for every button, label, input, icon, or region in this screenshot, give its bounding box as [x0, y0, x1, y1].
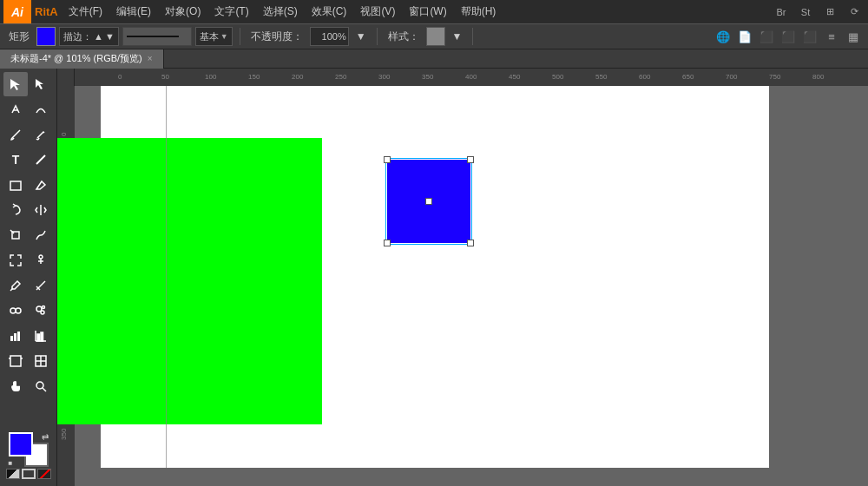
distribute-icon[interactable]: ≡ — [822, 27, 841, 46]
handle-bottom-right[interactable] — [467, 240, 474, 246]
free-transform-tool[interactable] — [3, 248, 28, 273]
svg-text:0: 0 — [118, 73, 122, 81]
swap-colors-icon[interactable]: ⇄ — [42, 432, 49, 442]
fill-mode-button[interactable] — [6, 469, 20, 479]
color-mode-row — [6, 469, 51, 479]
opacity-input[interactable] — [310, 27, 349, 46]
menu-file[interactable]: 文件(F) — [62, 1, 109, 23]
warp-tool[interactable] — [29, 223, 53, 247]
scale-tool[interactable] — [3, 223, 28, 247]
chart-icon[interactable]: ▦ — [844, 27, 863, 46]
menu-view[interactable]: 视图(V) — [353, 1, 402, 23]
tool-row-13 — [3, 374, 53, 398]
align-left-icon[interactable]: ⬛ — [757, 27, 776, 46]
style-box[interactable] — [426, 27, 445, 46]
svg-text:350: 350 — [422, 73, 434, 81]
tool-row-5 — [3, 173, 53, 197]
bridge-icon[interactable]: Br — [771, 2, 792, 23]
artboard-tool[interactable] — [3, 349, 28, 373]
svg-marker-0 — [10, 79, 20, 90]
pen-tool[interactable] — [3, 97, 28, 122]
globe-icon[interactable]: 🌐 — [713, 27, 733, 46]
hand-tool[interactable] — [3, 374, 28, 398]
menu-object[interactable]: 对象(O) — [158, 1, 207, 23]
svg-point-13 — [10, 308, 16, 313]
main-area: T — [0, 69, 868, 486]
handle-bottom-left[interactable] — [384, 240, 391, 246]
canvas-area: 0 50 100 150 200 250 300 350 400 450 500… — [57, 69, 868, 486]
svg-rect-19 — [14, 333, 16, 341]
svg-text:200: 200 — [292, 73, 304, 81]
menu-help[interactable]: 帮助(H) — [454, 1, 503, 23]
svg-text:400: 400 — [465, 73, 477, 81]
svg-text:300: 300 — [378, 73, 391, 81]
stock-icon[interactable]: St — [795, 2, 816, 23]
svg-line-2 — [36, 155, 45, 164]
blue-rect-container[interactable] — [387, 160, 470, 243]
doc-icon[interactable]: 📄 — [735, 27, 754, 46]
menu-window[interactable]: 窗口(W) — [402, 1, 453, 23]
curvature-tool[interactable] — [29, 97, 53, 122]
menu-select[interactable]: 选择(S) — [256, 1, 305, 23]
slice-tool[interactable] — [29, 349, 53, 373]
menu-type[interactable]: 文字(T) — [207, 1, 255, 23]
stroke-type-dropdown[interactable]: 基本 ▼ — [195, 27, 233, 46]
zoom-tool[interactable] — [29, 374, 53, 398]
select-tool[interactable] — [3, 72, 28, 96]
svg-line-10 — [10, 288, 13, 291]
svg-rect-20 — [17, 332, 20, 341]
ruler-horizontal: 0 50 100 150 200 250 300 350 400 450 500… — [57, 69, 868, 86]
toolbar-sep2 — [377, 28, 378, 45]
line-tool[interactable] — [29, 148, 53, 172]
green-rectangle[interactable] — [57, 138, 322, 424]
puppet-warp-tool[interactable] — [29, 248, 53, 273]
align-center-icon[interactable]: ⬛ — [779, 27, 798, 46]
svg-marker-1 — [36, 79, 43, 89]
align-right-icon[interactable]: ⬛ — [800, 27, 819, 46]
svg-rect-24 — [41, 332, 43, 341]
svg-text:450: 450 — [509, 73, 521, 81]
stroke-dropdown[interactable]: 描边： ▲ ▼ — [59, 27, 119, 46]
rotate-tool[interactable] — [3, 198, 28, 222]
tool-row-2 — [3, 97, 53, 122]
opacity-label: 不透明度： — [247, 30, 306, 44]
handle-top-right[interactable] — [467, 156, 474, 163]
style-dropdown-arrow[interactable]: ▼ — [449, 30, 466, 43]
svg-point-7 — [39, 255, 43, 259]
menu-items: 文件(F) 编辑(E) 对象(O) 文字(T) 选择(S) 效果(C) 视图(V… — [62, 1, 503, 23]
svg-text:800: 800 — [812, 73, 825, 81]
none-mode-button[interactable] — [37, 469, 51, 479]
stroke-type-label: 基本 — [200, 30, 219, 43]
handle-top-left[interactable] — [384, 156, 391, 163]
blend-tool[interactable] — [3, 299, 28, 323]
sync-icon[interactable]: ⟳ — [844, 2, 865, 23]
stroke-mode-button[interactable] — [22, 469, 36, 479]
direct-select-tool[interactable] — [29, 72, 53, 96]
active-tab[interactable]: 未标题-4* @ 101% (RGB/预览) × — [0, 49, 164, 69]
column-graph-tool[interactable] — [29, 324, 53, 348]
eyedropper-tool[interactable] — [3, 273, 28, 298]
stroke-preview[interactable] — [122, 27, 192, 46]
brush-tool[interactable] — [3, 122, 28, 147]
symbol-spray-tool[interactable] — [29, 299, 53, 323]
tool-row-1 — [3, 72, 53, 96]
rectangle-tool[interactable] — [3, 173, 28, 197]
menu-edit[interactable]: 编辑(E) — [109, 1, 158, 23]
pencil-tool[interactable] — [29, 122, 53, 147]
type-tool[interactable]: T — [3, 148, 28, 172]
blue-rectangle[interactable] — [387, 160, 470, 243]
opacity-dropdown-arrow[interactable]: ▼ — [352, 30, 370, 43]
fill-color-box[interactable] — [36, 27, 56, 46]
foreground-color[interactable] — [9, 432, 33, 456]
graph-tool[interactable] — [3, 324, 28, 348]
reflect-tool[interactable] — [29, 198, 53, 222]
tab-close-button[interactable]: × — [148, 54, 153, 63]
eraser-tool[interactable] — [29, 173, 53, 197]
svg-rect-3 — [10, 181, 21, 190]
workspace-icon[interactable]: ⊞ — [819, 2, 840, 23]
reset-colors-icon[interactable]: ■ — [9, 459, 13, 467]
handle-center[interactable] — [425, 198, 432, 205]
measure-tool[interactable] — [29, 273, 53, 298]
menu-effect[interactable]: 效果(C) — [305, 1, 354, 23]
tool-row-11 — [3, 324, 53, 348]
